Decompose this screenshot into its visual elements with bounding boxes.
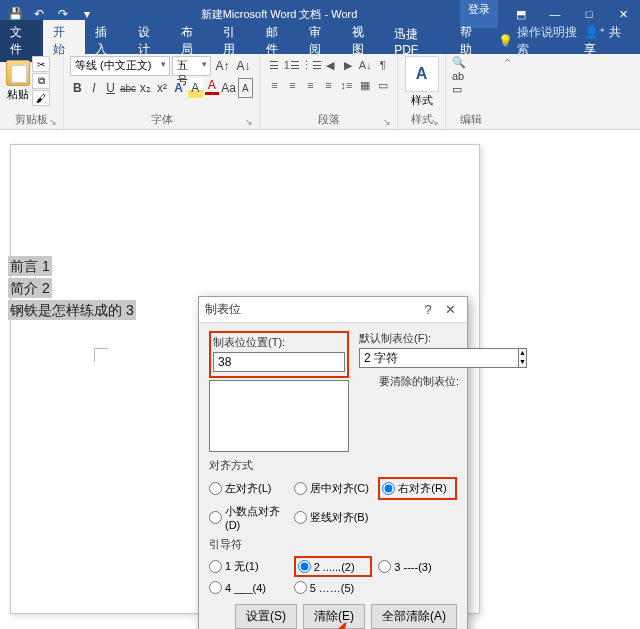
search-icon: 🔍 [452,56,466,69]
leader-options: 1 无(1) 2 ......(2) 3 ----(3) 4 ___(4) 5 … [209,556,457,594]
alignment-group-title: 对齐方式 [209,458,457,473]
clipboard-launcher-icon[interactable]: ↘ [49,117,57,127]
margin-corner [94,348,108,362]
align-right-radio[interactable]: 右对齐(R) [378,477,457,500]
dialog-close-icon[interactable]: ✕ [439,302,461,317]
tab-position-input[interactable] [213,352,345,372]
alignment-options: 左对齐(L) 居中对齐(C) 右对齐(R) 小数点对齐(D) 竖线对齐(B) [209,477,457,531]
justify-icon[interactable]: ≡ [320,76,337,94]
dialog-title: 制表位 [205,301,417,318]
align-right-icon[interactable]: ≡ [302,76,319,94]
document-text[interactable]: 前言 1 简介 2 钢铁是怎样练成的 3 [8,256,136,322]
tab-position-list[interactable] [209,380,349,452]
tell-me-search[interactable]: 💡 操作说明搜索 [498,24,584,58]
group-editing-label: 编辑 [452,112,490,129]
leader-3-radio[interactable]: 3 ----(3) [378,556,457,577]
bulb-icon: 💡 [498,34,513,48]
dialog-titlebar[interactable]: 制表位 ? ✕ [199,297,467,323]
styles-icon[interactable]: A [405,56,439,92]
ribbon-tabs: 文件 开始 插入 设计 布局 引用 邮件 审阅 视图 迅捷PDF 帮助 💡 操作… [0,28,640,54]
doc-line-1: 前言 1 [8,256,52,276]
italic-button[interactable]: I [87,78,102,98]
leader-5-radio[interactable]: 5 ……(5) [294,581,373,594]
paragraph-launcher-icon[interactable]: ↘ [383,117,391,127]
group-styles: A 样式 样式↘ [398,54,446,129]
document-area: 前言 1 简介 2 钢铁是怎样练成的 3 制表位 ? ✕ 制表位位置(T): 默… [0,130,640,629]
sort-icon[interactable]: A↓ [357,56,374,74]
group-clipboard-label: 剪贴板↘ [6,112,57,129]
default-tab-input[interactable] [359,348,518,368]
align-center-icon[interactable]: ≡ [284,76,301,94]
leader-1-radio[interactable]: 1 无(1) [209,556,288,577]
spin-up-icon[interactable]: ▲ [519,349,526,358]
increase-indent-icon[interactable]: ▶ [340,56,357,74]
replace-icon: ab [452,70,464,82]
group-font-label: 字体↘ [70,112,253,129]
styles-launcher-icon[interactable]: ↘ [431,117,439,127]
leader-2-radio[interactable]: 2 ......(2) [294,556,373,577]
ribbon: 粘贴 ✂ ⧉ 🖌 剪贴板↘ 等线 (中文正文) 五号 A↑ A↓ B I U a… [0,54,640,130]
highlight-button[interactable]: A [188,78,203,98]
group-font: 等线 (中文正文) 五号 A↑ A↓ B I U abc x₂ x² A A A… [64,54,260,129]
group-clipboard: 粘贴 ✂ ⧉ 🖌 剪贴板↘ [0,54,64,129]
set-button[interactable]: 设置(S) [235,604,297,629]
align-left-radio[interactable]: 左对齐(L) [209,477,288,500]
font-launcher-icon[interactable]: ↘ [245,117,253,127]
align-center-radio[interactable]: 居中对齐(C) [294,477,373,500]
group-editing: 🔍 ab ▭ 编辑 [446,54,496,129]
multilevel-icon[interactable]: ⋮☰ [301,56,321,74]
dialog-help-icon[interactable]: ? [417,302,439,317]
collapse-ribbon-icon[interactable]: ⌃ [496,54,518,129]
doc-line-3: 钢铁是怎样练成的 3 [8,300,136,320]
bullets-icon[interactable]: ☰ [266,56,283,74]
align-bar-radio[interactable]: 竖线对齐(B) [294,504,373,531]
font-color-button[interactable]: A [205,78,220,95]
replace-button[interactable]: ab [452,70,490,82]
clear-all-button[interactable]: 全部清除(A) [371,604,457,629]
group-paragraph-label: 段落↘ [266,112,391,129]
char-border-button[interactable]: A [238,78,253,98]
copy-icon[interactable]: ⧉ [32,73,50,89]
numbering-icon[interactable]: 1☰ [284,56,301,74]
share-icon: 👤⁺ [584,25,605,39]
select-icon: ▭ [452,83,462,96]
paste-icon [6,60,30,86]
styles-label-btn[interactable]: 样式 [411,93,433,108]
font-name-combo[interactable]: 等线 (中文正文) [70,56,170,76]
align-left-icon[interactable]: ≡ [266,76,283,94]
doc-line-2: 简介 2 [8,278,52,298]
tab-position-label: 制表位位置(T): [213,335,345,350]
subscript-button[interactable]: x₂ [138,78,153,98]
group-styles-label: 样式↘ [404,112,439,129]
tabs-dialog: 制表位 ? ✕ 制表位位置(T): 默认制表位(F): ▲▼ [198,296,468,629]
share-button[interactable]: 👤⁺ 共享 [584,24,640,58]
grow-font-icon[interactable]: A↑ [213,56,232,76]
decrease-indent-icon[interactable]: ◀ [322,56,339,74]
leader-4-radio[interactable]: 4 ___(4) [209,581,288,594]
spin-down-icon[interactable]: ▼ [519,358,526,367]
format-painter-icon[interactable]: 🖌 [32,90,50,106]
paste-button[interactable]: 粘贴 [6,60,30,102]
find-button[interactable]: 🔍 [452,56,490,69]
clear-button[interactable]: 清除(E) [303,604,365,629]
font-size-combo[interactable]: 五号 [172,56,211,76]
leader-group-title: 引导符 [209,537,457,552]
default-tab-label: 默认制表位(F): [359,331,459,346]
group-paragraph: ☰ 1☰ ⋮☰ ◀ ▶ A↓ ¶ ≡ ≡ ≡ ≡ ↕≡ ▦ ▭ 段落↘ [260,54,398,129]
show-marks-icon[interactable]: ¶ [375,56,392,74]
bold-button[interactable]: B [70,78,85,98]
shading-icon[interactable]: ▦ [356,76,373,94]
default-tab-spinner[interactable]: ▲▼ [359,348,459,368]
underline-button[interactable]: U [103,78,118,98]
clear-tabs-label: 要清除的制表位: [359,374,459,389]
shrink-font-icon[interactable]: A↓ [234,56,253,76]
select-button[interactable]: ▭ [452,83,490,96]
change-case-button[interactable]: Aa [221,78,236,98]
paste-label: 粘贴 [7,87,29,102]
align-decimal-radio[interactable]: 小数点对齐(D) [209,504,288,531]
strike-button[interactable]: abc [120,78,136,98]
cut-icon[interactable]: ✂ [32,56,50,72]
line-spacing-icon[interactable]: ↕≡ [338,76,355,94]
superscript-button[interactable]: x² [155,78,170,98]
borders-icon[interactable]: ▭ [374,76,391,94]
